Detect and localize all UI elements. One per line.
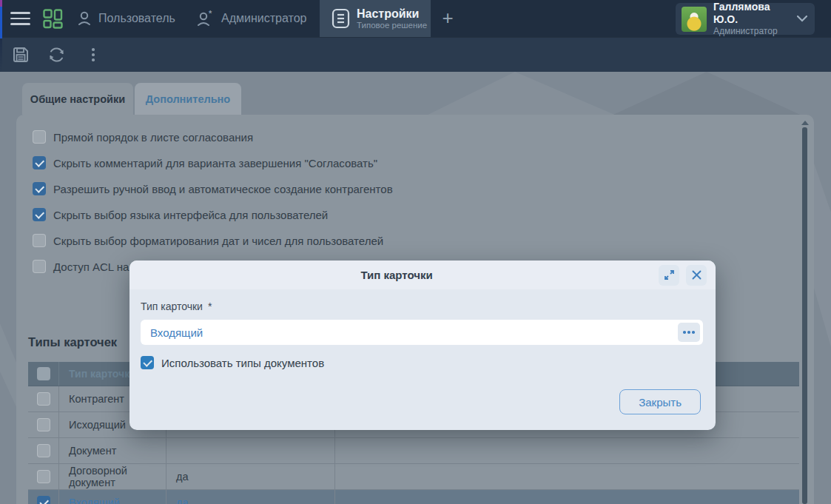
table-row[interactable]: Договорной документ да xyxy=(28,464,799,490)
checkbox[interactable] xyxy=(33,234,46,247)
dashboard-grid-icon[interactable] xyxy=(43,9,63,29)
chevron-down-icon xyxy=(797,16,807,22)
checkbox[interactable] xyxy=(141,356,154,369)
checkbox[interactable] xyxy=(33,182,46,195)
app-window: Пользователь * Администратор xyxy=(0,0,831,504)
setting-row: Прямой порядок в листе согласования xyxy=(33,130,253,144)
checkbox[interactable] xyxy=(33,260,46,273)
scrollbar-up-arrow[interactable] xyxy=(801,121,809,125)
top-header: Пользователь * Администратор xyxy=(0,0,831,37)
svg-text:*: * xyxy=(209,10,212,18)
tab-administrator[interactable]: * Администратор xyxy=(197,0,306,37)
settings-document-icon xyxy=(332,8,350,29)
user-name: Галлямова Ю.О. xyxy=(713,1,797,26)
setting-row: Скрыть выбор языка интерфейса для пользо… xyxy=(33,208,328,221)
refresh-icon[interactable] xyxy=(47,45,66,64)
row-checkbox[interactable] xyxy=(37,470,50,483)
expand-icon[interactable] xyxy=(659,265,679,286)
dialog-title: Тип карточки xyxy=(141,269,652,281)
scrollbar-thumb[interactable] xyxy=(802,127,807,504)
tab-settings-sublabel: Типовое решение xyxy=(357,21,427,30)
field-label: Тип карточки xyxy=(141,300,203,312)
use-doc-types-row: Использовать типы документов xyxy=(141,356,701,369)
avatar xyxy=(682,7,707,32)
user-menu[interactable]: Галлямова Ю.О. Администратор xyxy=(676,3,815,35)
row-checkbox[interactable] xyxy=(37,392,50,406)
table-row-selected[interactable]: Входящий да xyxy=(28,490,799,504)
setting-row: Доступ ACL на xyxy=(33,260,129,273)
setting-row: Скрыть комментарий для варианта завершен… xyxy=(33,156,377,169)
hamburger-menu-icon[interactable] xyxy=(10,12,30,25)
required-mark: * xyxy=(208,300,212,312)
row-checkbox[interactable] xyxy=(37,418,50,431)
select-all-checkbox[interactable] xyxy=(37,367,50,380)
tab-additional[interactable]: Дополнительно xyxy=(135,83,241,115)
checkbox[interactable] xyxy=(33,156,46,169)
dialog-header: Тип карточки xyxy=(129,261,716,289)
admin-user-icon: * xyxy=(197,10,215,27)
checkbox[interactable] xyxy=(33,130,46,144)
section-title: Типы карточек xyxy=(28,335,117,349)
setting-row: Разрешить ручной ввод и автоматическое с… xyxy=(33,182,393,195)
checkbox[interactable] xyxy=(33,208,46,221)
more-actions-icon[interactable] xyxy=(84,45,103,64)
tab-user[interactable]: Пользователь xyxy=(77,0,175,37)
tab-settings-label: Настройки xyxy=(357,7,427,21)
background-facet xyxy=(811,116,831,501)
row-checkbox[interactable] xyxy=(37,444,50,457)
left-accent-stripe xyxy=(0,0,2,72)
background-facet xyxy=(607,72,829,118)
tab-administrator-label: Администратор xyxy=(221,12,306,25)
card-type-dialog: Тип карточки Тип карточки* xyxy=(129,261,716,430)
new-tab-button[interactable]: + xyxy=(437,8,458,29)
tab-user-label: Пользователь xyxy=(98,12,175,25)
background-facet xyxy=(355,72,622,118)
setting-row: Скрыть выбор форматирования дат и чисел … xyxy=(33,234,383,247)
close-button[interactable]: Закрыть xyxy=(619,389,701,414)
tab-general-settings[interactable]: Общие настройки xyxy=(22,83,133,115)
card-type-input[interactable] xyxy=(141,320,703,345)
action-toolbar xyxy=(0,37,831,72)
user-role: Администратор xyxy=(713,26,797,37)
dialog-body: Тип карточки* Использовать типы документ… xyxy=(129,289,716,414)
tab-settings[interactable]: Настройки Типовое решение xyxy=(320,0,431,37)
picker-ellipsis-icon[interactable] xyxy=(678,323,700,342)
checkbox-label: Использовать типы документов xyxy=(161,357,324,369)
user-icon xyxy=(77,10,92,27)
row-checkbox[interactable] xyxy=(37,496,50,504)
table-row[interactable]: Документ xyxy=(28,438,799,464)
close-icon[interactable] xyxy=(686,265,707,286)
save-icon[interactable] xyxy=(11,45,30,64)
